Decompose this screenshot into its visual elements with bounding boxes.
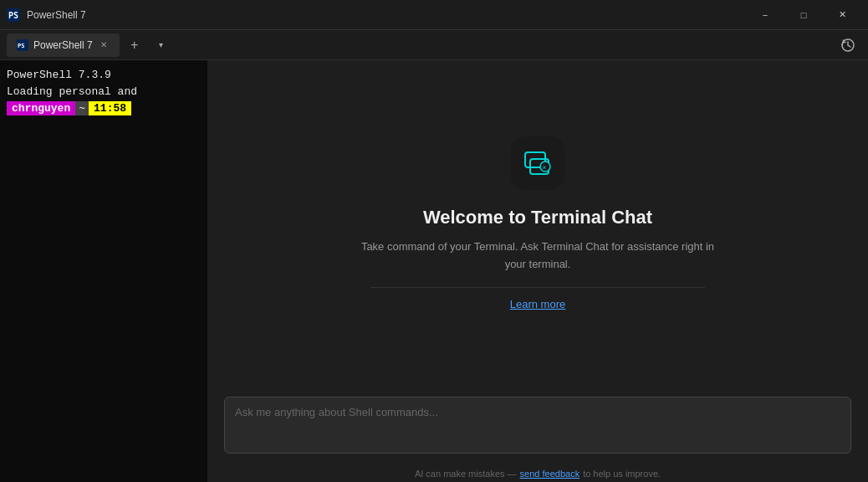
tab-close-button[interactable]: ✕ bbox=[98, 39, 110, 51]
chat-pane: × Welcome to Terminal Chat Take command … bbox=[207, 60, 868, 482]
window-controls: − □ ✕ bbox=[746, 0, 861, 30]
welcome-desc: Take command of your Terminal. Ask Termi… bbox=[354, 238, 722, 274]
chat-input[interactable] bbox=[224, 397, 851, 454]
terminal-pane[interactable]: PowerShell 7.3.9 Loading personal and ch… bbox=[0, 60, 207, 482]
welcome-title: Welcome to Terminal Chat bbox=[423, 207, 652, 228]
title-bar: PS PowerShell 7 − □ ✕ bbox=[0, 0, 868, 30]
terminal-chat-logo: × bbox=[511, 136, 564, 190]
history-button[interactable] bbox=[835, 32, 861, 59]
terminal-line-2: Loading personal and bbox=[7, 84, 201, 100]
close-button[interactable]: ✕ bbox=[823, 0, 861, 30]
disclaimer-suffix: to help us improve. bbox=[583, 469, 661, 479]
minimize-button[interactable]: − bbox=[746, 0, 784, 30]
input-area bbox=[207, 387, 868, 464]
svg-text:×: × bbox=[543, 164, 547, 172]
welcome-area: × Welcome to Terminal Chat Take command … bbox=[337, 60, 738, 387]
main-container: PowerShell 7.3.9 Loading personal and ch… bbox=[0, 60, 868, 482]
tab-bar: PS PowerShell 7 ✕ + ▾ bbox=[0, 30, 868, 60]
prompt-tilde: ~ bbox=[75, 101, 89, 115]
svg-text:PS: PS bbox=[8, 11, 18, 20]
terminal-prompt: chrnguyen ~ 11:58 bbox=[7, 101, 201, 115]
ai-disclaimer: AI can make mistakes — send feedback to … bbox=[398, 464, 677, 482]
prompt-username: chrnguyen bbox=[7, 101, 75, 115]
prompt-time: 11:58 bbox=[89, 101, 131, 115]
svg-text:PS: PS bbox=[18, 43, 24, 49]
powershell-tab[interactable]: PS PowerShell 7 ✕ bbox=[7, 33, 120, 57]
maximize-button[interactable]: □ bbox=[784, 0, 823, 30]
tab-ps-icon: PS bbox=[17, 39, 28, 51]
tab-label: PowerShell 7 bbox=[33, 39, 93, 51]
add-tab-button[interactable]: + bbox=[123, 33, 146, 57]
divider bbox=[370, 287, 705, 288]
learn-more-link[interactable]: Learn more bbox=[510, 298, 565, 310]
tab-dropdown-button[interactable]: ▾ bbox=[150, 33, 173, 57]
terminal-line-1: PowerShell 7.3.9 bbox=[7, 67, 201, 84]
send-feedback-link[interactable]: send feedback bbox=[520, 469, 580, 479]
disclaimer-text: AI can make mistakes — bbox=[415, 469, 517, 479]
title-bar-label: PowerShell 7 bbox=[27, 9, 739, 21]
app-icon: PS bbox=[7, 8, 20, 22]
